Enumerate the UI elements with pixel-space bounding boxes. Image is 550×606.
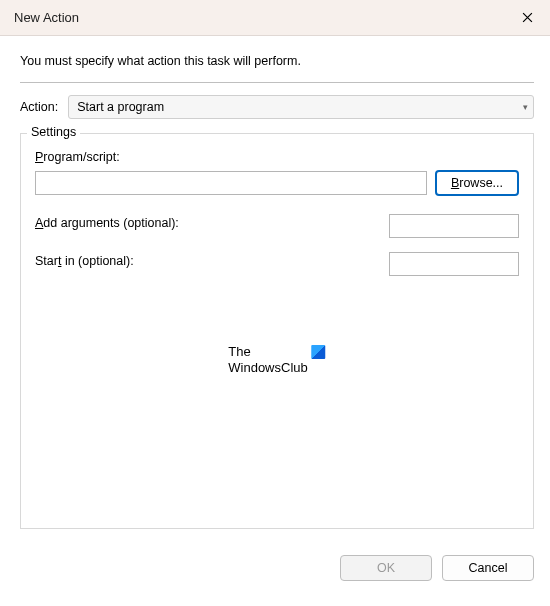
arguments-input[interactable] (389, 214, 519, 238)
settings-group: Settings Program/script: Browse... Add a… (20, 133, 534, 529)
dialog-footer: OK Cancel (0, 541, 550, 597)
startin-input[interactable] (389, 252, 519, 276)
program-script-row: Browse... (35, 170, 519, 196)
dialog-body: You must specify what action this task w… (0, 36, 550, 541)
watermark: The WindowsClub (228, 344, 325, 375)
action-label: Action: (20, 100, 58, 114)
watermark-line1: The (228, 344, 307, 360)
program-script-label: Program/script: (35, 150, 519, 164)
arguments-row: Add arguments (optional): (35, 214, 519, 238)
divider (20, 82, 534, 83)
browse-button[interactable]: Browse... (435, 170, 519, 196)
close-icon (522, 12, 533, 23)
cancel-button[interactable]: Cancel (442, 555, 534, 581)
intro-text: You must specify what action this task w… (20, 54, 534, 68)
window-title: New Action (14, 10, 79, 25)
startin-label: Start in (optional): (35, 254, 134, 268)
watermark-logo-icon (312, 345, 326, 359)
ok-button[interactable]: OK (340, 555, 432, 581)
startin-row: Start in (optional): (35, 252, 519, 276)
arguments-label: Add arguments (optional): (35, 216, 179, 230)
action-select-value: Start a program (68, 95, 534, 119)
action-row: Action: Start a program ▾ (20, 95, 534, 119)
program-script-input[interactable] (35, 171, 427, 195)
watermark-line2: WindowsClub (228, 360, 307, 376)
titlebar: New Action (0, 0, 550, 36)
close-button[interactable] (504, 0, 550, 36)
action-select[interactable]: Start a program ▾ (68, 95, 534, 119)
settings-legend: Settings (27, 125, 80, 139)
